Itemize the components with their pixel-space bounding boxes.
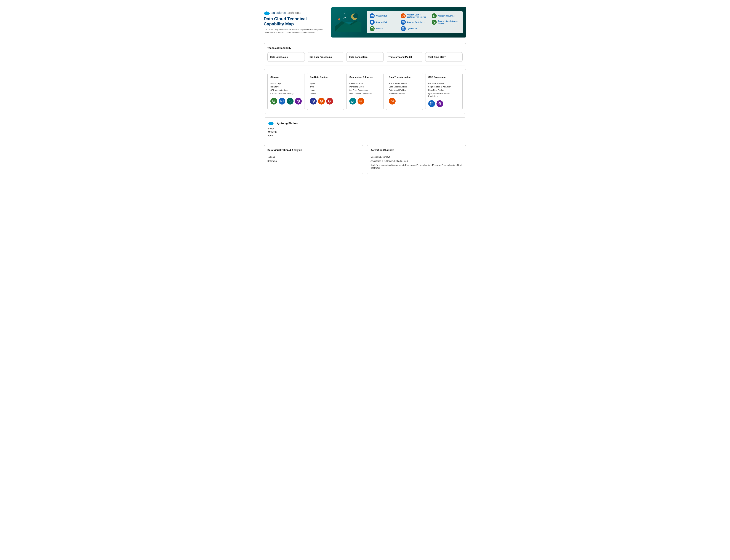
- connectors-ingress-title: Connectors & Ingress: [349, 76, 381, 80]
- lightning-item-apps: Apps: [268, 134, 462, 137]
- data-visualization-title: Data Visualization & Analysis: [267, 149, 359, 153]
- cdp-processing-card: CDP Processing Identity Resolution Segme…: [425, 73, 463, 110]
- activation-channels-title: Activation Channels: [371, 149, 463, 153]
- header-left: salesforce architects Data Cloud Technic…: [264, 7, 331, 38]
- dynamodb-icon: [401, 26, 406, 31]
- banner-illustration: [335, 12, 363, 32]
- page-description: This Level 1 diagram details the technic…: [264, 28, 328, 34]
- data-transformation-card: Data Transformation ETL Transformations …: [386, 73, 423, 110]
- storage-icon-3: [287, 98, 294, 105]
- cdp-processing-icon-2: [436, 100, 443, 107]
- salesforce-cloud-icon: [264, 11, 270, 15]
- amazon-datasync-label: Amazon Data Sync: [438, 15, 455, 17]
- amazon-rds-icon: [370, 13, 375, 18]
- cdp-processing-item-3: Real-Time Profiles: [428, 89, 460, 91]
- capability-transform-model: Transform and Model: [386, 52, 423, 62]
- svg-point-27: [273, 100, 275, 101]
- cdp-processing-item-4: Query Services & Einstein Predictions: [428, 92, 460, 97]
- connectors-icon-1: [349, 98, 356, 105]
- connectors-icons: [349, 98, 381, 105]
- svg-point-33: [313, 101, 314, 102]
- svg-point-40: [392, 101, 393, 102]
- data-transformation-item-3: Data Model Entities: [389, 89, 420, 91]
- service-amazon-datasync: Amazon Data Sync: [432, 13, 460, 18]
- bottom-sections: Data Visualization & Analysis Tableau Da…: [264, 145, 466, 174]
- connectors-item-4: Direct Access Connectors: [349, 92, 381, 95]
- cdp-processing-title: CDP Processing: [428, 76, 460, 80]
- brand-suffix: architects: [287, 11, 301, 15]
- page-header: salesforce architects Data Cloud Technic…: [264, 7, 466, 38]
- data-viz-item-1: Tableau: [267, 156, 359, 159]
- svg-rect-25: [402, 29, 404, 30]
- connectors-item-1: CRM Connector: [349, 82, 381, 85]
- svg-point-14: [338, 18, 340, 20]
- big-data-engine-item-4: Airflow: [310, 92, 341, 95]
- amazon-emr-icon: [370, 20, 375, 25]
- svg-point-50: [270, 122, 272, 124]
- storage-item-4: Cached Metadata Security: [270, 92, 302, 95]
- svg-point-9: [349, 16, 349, 16]
- svg-rect-19: [402, 22, 404, 23]
- storage-icons: [270, 98, 302, 105]
- amazon-eks-icon: [401, 13, 406, 18]
- aws-s3-label: AWS S3: [376, 28, 383, 30]
- activation-item-1: Messaging Journeys: [371, 156, 463, 159]
- connectors-item-2: Marketing Cloud: [349, 86, 381, 88]
- technical-capability-section: Technical Capability Data Lakehouse Big …: [264, 43, 466, 65]
- svg-point-46: [440, 103, 440, 104]
- svg-point-8: [344, 13, 345, 14]
- capability-real-time-ssot: Real-Time SSOT: [425, 52, 463, 62]
- data-viz-item-2: Datorama: [267, 160, 359, 163]
- svg-point-3: [266, 11, 268, 13]
- svg-point-23: [371, 28, 373, 28]
- storage-title: Storage: [270, 76, 302, 80]
- amazon-emr-label: Amazon EMR: [376, 21, 388, 23]
- amazon-sqs-label: Amazon Simple Queue Service: [438, 20, 460, 25]
- big-data-engine-item-3: Hyper: [310, 89, 341, 91]
- data-transformation-item-1: ETL Transformations: [389, 82, 420, 85]
- cdp-processing-item-1: Identity Resolution: [428, 82, 460, 85]
- dynamodb-label: Dynamo DB: [407, 28, 417, 30]
- technical-capability-title: Technical Capability: [267, 47, 463, 49]
- page-title: Data Cloud Technical Capability Map: [264, 16, 328, 27]
- storage-icon-2: [279, 98, 285, 105]
- lightning-platform-section: Lightning Platform Setup Metadata Apps: [264, 117, 466, 141]
- big-data-engine-icon-2: [318, 98, 325, 105]
- capability-grid: Data Lakehouse Big Data Processing Data …: [267, 52, 463, 62]
- svg-rect-24: [402, 28, 404, 28]
- storage-card: Storage File Storage Hot Store SQL Metad…: [267, 73, 305, 110]
- storage-icon-1: [270, 98, 277, 105]
- capability-data-connectors: Data Connectors: [346, 52, 384, 62]
- capability-big-data-processing: Big Data Processing: [307, 52, 344, 62]
- service-amazon-eks: Amazon Elastic Container Kubernetes: [401, 13, 429, 18]
- activation-item-2: Advertising (FB, Google, LinkedIn, etc.): [371, 160, 463, 163]
- svg-point-7: [340, 15, 340, 15]
- big-data-engine-item-2: Trino: [310, 86, 341, 88]
- big-data-engine-icons: [310, 98, 341, 105]
- connectors-item-3: 3rd Party Connectors: [349, 89, 381, 91]
- amazon-datasync-icon: [432, 13, 437, 18]
- service-amazon-elasticache: Amazon ElastiCache: [401, 20, 429, 25]
- service-aws-s3: AWS S3: [370, 26, 398, 31]
- big-data-engine-icon-3: [326, 98, 333, 105]
- lightning-item-setup: Setup: [268, 127, 462, 130]
- service-amazon-sqs: Amazon Simple Queue Service: [432, 20, 460, 25]
- cdp-processing-icon-1: [428, 100, 435, 107]
- data-transformation-icon-1: [389, 98, 396, 105]
- amazon-eks-label: Amazon Elastic Container Kubernetes: [407, 14, 429, 18]
- data-visualization-card: Data Visualization & Analysis Tableau Da…: [264, 145, 363, 174]
- big-data-engine-icon-1: [310, 98, 317, 105]
- amazon-elasticache-icon: [401, 20, 406, 25]
- svg-rect-28: [281, 100, 283, 102]
- activation-item-3: Real-Time Interaction Management (Experi…: [371, 164, 463, 170]
- salesforce-logo: salesforce architects: [264, 11, 328, 15]
- brand-name: salesforce: [271, 11, 286, 15]
- activation-channels-card: Activation Channels Messaging Journeys A…: [367, 145, 466, 174]
- cdp-processing-icons: [428, 100, 460, 107]
- banner-services-grid: Amazon RDS Amazon Elastic Container Kube…: [367, 11, 463, 33]
- service-amazon-rds: Amazon RDS: [370, 13, 398, 18]
- data-transformation-title: Data Transformation: [389, 76, 420, 80]
- amazon-elasticache-label: Amazon ElastiCache: [407, 21, 425, 23]
- header-banner: Amazon RDS Amazon Elastic Container Kube…: [331, 7, 466, 38]
- aws-s3-icon: [370, 26, 375, 31]
